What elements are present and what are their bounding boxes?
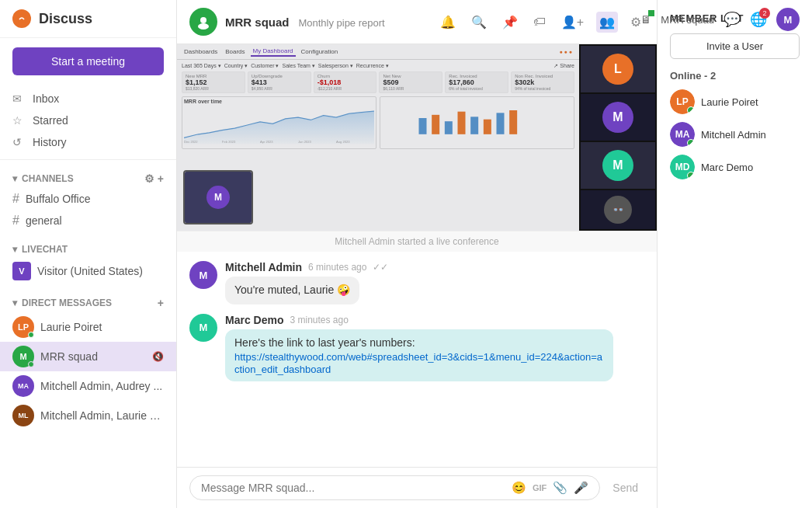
- filter-recurrence: Recurrence ▾: [356, 63, 389, 69]
- laurie-member-avatar: LP: [670, 89, 695, 114]
- channels-section: ▾ CHANNELS ⚙ + # Buffalo Office # genera…: [0, 163, 176, 235]
- sidebar-nav-inbox-label: Inbox: [33, 92, 59, 105]
- video-sidebar: L M M 👓: [579, 44, 657, 231]
- svg-rect-9: [432, 115, 439, 134]
- dash-close-icons: ● ● ●: [557, 48, 574, 55]
- microphone-icon[interactable]: 🎤: [574, 481, 588, 495]
- visitor-avatar: V: [12, 262, 31, 280]
- chat-header-actions: 🔔 🔍 📌 🏷 👤+ 👥 ⚙: [437, 12, 644, 33]
- dm-add-icon[interactable]: +: [158, 297, 164, 309]
- livechat-section: ▾ LIVECHAT V Visitor (United States): [0, 235, 176, 287]
- bell-button[interactable]: 🔔: [437, 12, 459, 33]
- dash-tab-dashboards: Dashboards: [182, 47, 220, 56]
- message-2: M Marc Demo 3 minutes ago Here's the lin…: [189, 314, 644, 382]
- channel-buffalo-label: Buffalo Office: [26, 193, 91, 205]
- dash-tab-boards: Boards: [223, 47, 247, 56]
- sidebar-item-history[interactable]: ↺ History: [0, 131, 176, 153]
- marc-member-avatar: MD: [670, 155, 695, 179]
- channels-section-toggle[interactable]: ▾ CHANNELS: [12, 173, 74, 184]
- user-avatar-topbar[interactable]: M: [776, 8, 800, 31]
- channels-settings-icon[interactable]: ⚙: [144, 172, 154, 185]
- main-content: MRR squad Monthly pipe report 🔔 🔍 📌 🏷 👤+…: [177, 0, 657, 508]
- msg1-avatar: M: [189, 261, 217, 289]
- message-input-wrapper: 😊 GIF 📎 🎤: [189, 475, 600, 500]
- livechat-item-visitor[interactable]: V Visitor (United States): [0, 258, 176, 284]
- dm-mitchell-audrey-name: Mitchell Admin, Audrey ...: [40, 380, 164, 392]
- share-btn: ↗ Share: [553, 63, 574, 69]
- channel-item-buffalo[interactable]: # Buffalo Office: [0, 188, 176, 210]
- sidebar-navigation: ✉ Inbox ☆ Starred ↺ History: [0, 85, 176, 156]
- member-list-button[interactable]: 👥: [596, 12, 618, 33]
- dm-item-mitchell-laurie[interactable]: ML Mitchell Admin, Laurie P...: [0, 401, 176, 430]
- gif-icon[interactable]: GIF: [533, 483, 547, 492]
- member-item-mitchell: MA Mitchell Admin: [670, 122, 800, 147]
- svg-text:Apr 2023: Apr 2023: [260, 140, 273, 144]
- msg1-header: Mitchell Admin 6 minutes ago ✓✓: [225, 261, 644, 273]
- topbar-channel-name: MRR squad: [661, 14, 714, 26]
- msg1-author: Mitchell Admin: [225, 261, 302, 273]
- dm-item-laurie[interactable]: LP Laurie Poiret: [0, 312, 176, 342]
- filter-salesperson: Salesperson ▾: [318, 63, 353, 69]
- pin-button[interactable]: 📌: [499, 12, 521, 33]
- add-member-button[interactable]: 👤+: [558, 12, 587, 33]
- chat-header: MRR squad Monthly pipe report 🔔 🔍 📌 🏷 👤+…: [177, 0, 657, 44]
- message-input[interactable]: [201, 482, 505, 494]
- marc-status-dot: [687, 172, 695, 179]
- invite-user-button[interactable]: Invite a User: [670, 33, 800, 59]
- mitchell-laurie-avatar: ML: [12, 405, 34, 426]
- emoji-icon[interactable]: 😊: [512, 481, 526, 495]
- laurie-avatar: LP: [12, 316, 34, 338]
- tag-button[interactable]: 🏷: [530, 12, 549, 32]
- app-title: Discuss: [39, 11, 92, 27]
- app-topbar: 🖥 MRR squad 💬 🌐 2 M: [640, 8, 800, 31]
- svg-rect-12: [470, 117, 478, 134]
- notification-bell: 🌐 2: [750, 11, 767, 28]
- msg1-bubble: You're muted, Laurie 🤪: [225, 277, 359, 304]
- dm-item-mrr-squad[interactable]: M MRR squad 🔇: [0, 342, 176, 371]
- channel-item-general[interactable]: # general: [0, 210, 176, 231]
- chat-header-info: MRR squad Monthly pipe report: [225, 16, 429, 29]
- sidebar-item-starred[interactable]: ☆ Starred: [0, 110, 176, 131]
- channels-section-header: ▾ CHANNELS ⚙ +: [0, 169, 176, 188]
- svg-point-0: [17, 14, 26, 23]
- svg-text:Feb 2023: Feb 2023: [222, 140, 236, 144]
- sidebar-item-inbox[interactable]: ✉ Inbox: [0, 88, 176, 110]
- msg2-link[interactable]: https://stealthywood.com/web#spreadsheet…: [234, 351, 602, 375]
- filter-dates: Last 365 Days ▾: [182, 63, 221, 69]
- livechat-section-header: ▾ LIVECHAT: [0, 241, 176, 258]
- channels-label: CHANNELS: [22, 173, 74, 184]
- msg2-body: Marc Demo 3 minutes ago Here's the link …: [225, 314, 644, 382]
- svg-point-2: [198, 23, 209, 30]
- attachment-icon[interactable]: 📎: [553, 481, 567, 495]
- start-meeting-button[interactable]: Start a meeting: [12, 47, 164, 75]
- svg-text:Jun 2023: Jun 2023: [298, 140, 312, 144]
- member-item-laurie: LP Laurie Poiret: [670, 89, 800, 114]
- dm-section-toggle[interactable]: ▾ DIRECT MESSAGES: [12, 297, 112, 308]
- svg-text:Aug 2023: Aug 2023: [336, 140, 350, 144]
- filter-country: Country ▾: [224, 63, 248, 69]
- svg-rect-8: [419, 118, 427, 134]
- send-button[interactable]: Send: [606, 482, 644, 494]
- msg2-author: Marc Demo: [225, 314, 283, 326]
- video-main: Dashboards Boards My Dashboard Configura…: [177, 44, 579, 231]
- topbar-channel-indicator: 🖥: [640, 13, 651, 26]
- self-video-overlay: M: [183, 170, 253, 224]
- online-label: Online - 2: [670, 70, 800, 82]
- app-logo: [12, 9, 31, 28]
- messages-area: M Mitchell Admin 6 minutes ago ✓✓ You're…: [177, 252, 657, 467]
- search-button[interactable]: 🔍: [468, 12, 490, 33]
- hash-icon-2: #: [12, 214, 19, 228]
- muted-icon: 🔇: [152, 351, 164, 362]
- channels-add-icon[interactable]: +: [158, 172, 164, 185]
- right-panel: MEMBER LIST Invite a User Online - 2 LP …: [657, 0, 812, 508]
- video-thumb-2: M: [581, 94, 655, 141]
- svg-point-1: [200, 17, 206, 23]
- member-item-marc: MD Marc Demo: [670, 155, 800, 179]
- svg-rect-10: [445, 121, 453, 134]
- msg1-text: You're muted, Laurie 🤪: [234, 284, 350, 296]
- livechat-label: LIVECHAT: [22, 244, 68, 255]
- livechat-section-toggle[interactable]: ▾ LIVECHAT: [12, 244, 68, 255]
- dm-item-mitchell-audrey[interactable]: MA Mitchell Admin, Audrey ...: [0, 371, 176, 401]
- msg1-check: ✓✓: [373, 262, 388, 273]
- star-icon: ☆: [12, 114, 25, 127]
